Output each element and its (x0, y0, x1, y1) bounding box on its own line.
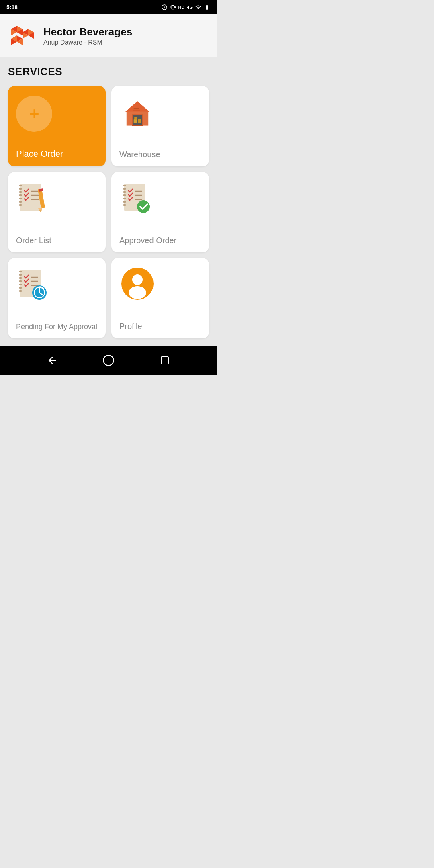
network-label: 4G (187, 5, 193, 10)
svg-rect-54 (19, 280, 22, 282)
svg-point-69 (104, 356, 114, 366)
svg-rect-57 (19, 290, 22, 292)
approved-order-icon (119, 182, 156, 218)
services-grid: + Place Order (0, 82, 217, 346)
svg-rect-56 (19, 287, 22, 289)
order-list-icon (16, 182, 52, 218)
svg-rect-39 (123, 185, 126, 186)
svg-point-68 (129, 286, 146, 299)
svg-marker-12 (125, 101, 150, 112)
svg-point-67 (132, 274, 143, 285)
svg-rect-20 (134, 117, 137, 120)
warehouse-icon (119, 96, 156, 132)
place-order-label: Place Order (16, 149, 63, 159)
warehouse-label: Warehouse (119, 150, 160, 159)
services-title: SERVICES (0, 57, 217, 82)
company-logo (8, 22, 36, 50)
svg-rect-23 (20, 184, 41, 211)
svg-rect-45 (123, 204, 126, 206)
order-list-card[interactable]: Order List (8, 172, 106, 252)
user-name: Anup Daware - RSM (43, 39, 132, 46)
svg-rect-29 (19, 201, 22, 203)
signal-icon (195, 4, 201, 10)
profile-card[interactable]: Profile (111, 258, 209, 338)
battery-icon (203, 4, 211, 10)
bottom-nav (0, 346, 217, 375)
vibrate-icon (170, 4, 176, 10)
recents-button[interactable] (157, 352, 173, 368)
svg-rect-41 (123, 191, 126, 193)
approved-order-label: Approved Order (119, 236, 176, 245)
profile-label: Profile (119, 322, 142, 331)
profile-icon (119, 268, 156, 304)
svg-marker-37 (39, 209, 42, 213)
status-bar: 5:18 HD 4G (0, 0, 217, 14)
svg-rect-24 (19, 185, 22, 186)
svg-rect-30 (19, 204, 22, 206)
warehouse-card[interactable]: Warehouse (111, 86, 209, 166)
svg-rect-43 (123, 198, 126, 199)
svg-point-49 (137, 200, 150, 213)
app-header: Hector Beverages Anup Daware - RSM (0, 14, 217, 57)
place-order-card[interactable]: + Place Order (8, 86, 106, 166)
pending-approval-label: Pending For My Approval (16, 323, 97, 331)
svg-rect-42 (123, 194, 126, 196)
status-time: 5:18 (6, 4, 18, 10)
header-text: Hector Beverages Anup Daware - RSM (43, 26, 132, 46)
back-button[interactable] (44, 352, 60, 368)
svg-rect-18 (134, 119, 137, 123)
pending-approval-card[interactable]: Pending For My Approval (8, 258, 106, 338)
pending-approval-icon (16, 268, 52, 304)
svg-rect-44 (123, 201, 126, 203)
status-icons: HD 4G (161, 4, 211, 10)
svg-rect-19 (138, 119, 141, 123)
svg-rect-55 (19, 284, 22, 285)
home-button[interactable] (100, 352, 117, 368)
order-list-label: Order List (16, 236, 51, 245)
company-name: Hector Beverages (43, 26, 132, 38)
alarm-icon (161, 4, 168, 10)
svg-rect-25 (19, 188, 22, 190)
svg-rect-27 (19, 194, 22, 196)
svg-rect-26 (19, 191, 22, 193)
svg-rect-40 (123, 188, 126, 190)
place-order-icon: + (16, 96, 52, 132)
svg-rect-70 (161, 357, 168, 364)
svg-rect-52 (19, 274, 22, 276)
svg-rect-53 (19, 277, 22, 279)
approved-order-card[interactable]: Approved Order (111, 172, 209, 252)
plus-icon: + (29, 105, 39, 123)
svg-rect-28 (19, 198, 22, 199)
hd-label: HD (178, 5, 184, 10)
svg-rect-51 (19, 271, 22, 272)
